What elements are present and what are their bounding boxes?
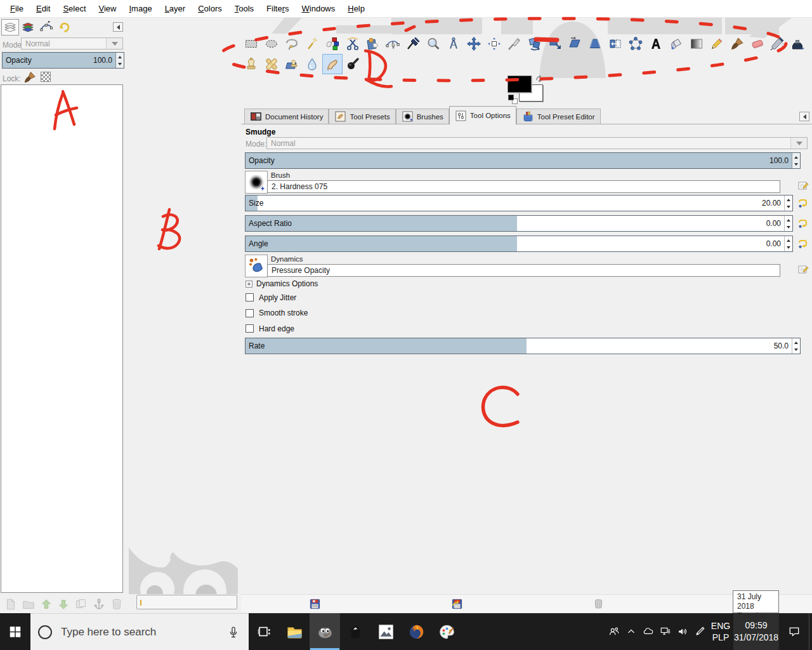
layer-opacity-spinner[interactable] xyxy=(115,53,124,68)
tab-brushes[interactable]: Brushes xyxy=(396,109,449,124)
menu-colors[interactable]: Colors xyxy=(192,4,228,13)
fuzzy-select-button[interactable] xyxy=(302,34,322,54)
menu-filters[interactable]: Filters xyxy=(260,4,295,13)
brush-name-entry[interactable]: 2. Hardness 075 xyxy=(267,180,780,193)
zoom-tool-button[interactable] xyxy=(423,34,443,54)
pencil-tool-button[interactable] xyxy=(707,34,727,54)
task-view-button[interactable] xyxy=(249,613,279,650)
menu-view[interactable]: View xyxy=(93,4,123,13)
menu-layer[interactable]: Layer xyxy=(159,4,192,13)
save-tool-preset-button[interactable] xyxy=(309,598,321,610)
brush-search-entry[interactable] xyxy=(136,595,237,609)
microphone-icon[interactable] xyxy=(227,625,240,639)
bucket-fill-button[interactable] xyxy=(666,34,686,54)
smudge-tool-button[interactable] xyxy=(322,54,343,74)
taskbar-app-gimp[interactable] xyxy=(310,613,340,650)
size-spinner[interactable] xyxy=(784,196,792,211)
align-tool-button[interactable] xyxy=(484,34,504,54)
clone-tool-button[interactable] xyxy=(241,54,261,74)
perspective-tool-button[interactable] xyxy=(585,34,605,54)
lock-paint-icon[interactable] xyxy=(23,70,37,84)
blur-sharpen-button[interactable] xyxy=(302,54,322,74)
brush-thumbnail[interactable] xyxy=(245,171,268,194)
chevron-up-tray-icon[interactable] xyxy=(623,613,639,650)
scissors-select-button[interactable] xyxy=(343,34,363,54)
layer-opacity-slider[interactable]: Opacity 100.0 xyxy=(2,52,124,69)
layer-group-button[interactable] xyxy=(22,597,36,611)
reset-size-button[interactable] xyxy=(797,197,809,209)
edit-dynamics-button[interactable] xyxy=(797,263,809,275)
duplicate-layer-button[interactable] xyxy=(74,597,88,611)
checkbox-apply-jitter[interactable]: Apply Jitter xyxy=(246,292,308,303)
measure-button[interactable] xyxy=(443,34,464,54)
gradient-tool-button[interactable] xyxy=(686,34,707,54)
reset-aspect-button[interactable] xyxy=(797,218,809,230)
taskbar-app-firefox[interactable] xyxy=(401,613,431,650)
left-tab-paths[interactable] xyxy=(37,19,55,36)
angle-spinner[interactable] xyxy=(784,236,792,251)
rate-slider[interactable]: Rate 50.0 xyxy=(245,338,801,354)
crop-tool-button[interactable] xyxy=(504,34,525,54)
layers-list[interactable] xyxy=(1,84,123,593)
layer-mode-dropdown[interactable]: Normal xyxy=(21,37,123,50)
aspect-ratio-spinner[interactable] xyxy=(784,216,792,231)
left-tab-channels[interactable] xyxy=(19,19,37,36)
tab-tool-options[interactable]: Tool Options xyxy=(449,106,516,124)
dynamics-options-expander[interactable]: + Dynamics Options xyxy=(246,279,318,288)
search-box[interactable]: Type here to search xyxy=(30,613,249,650)
checkbox-box[interactable] xyxy=(246,293,254,302)
rotate-tool-button[interactable] xyxy=(525,34,545,54)
taskbar-app-photos[interactable] xyxy=(370,613,401,650)
foreground-color-swatch[interactable] xyxy=(508,76,532,93)
taskbar-app-file-explorer[interactable] xyxy=(279,613,310,650)
flip-tool-button[interactable] xyxy=(605,34,625,54)
edit-brush-button[interactable] xyxy=(797,180,809,192)
onedrive-tray-icon[interactable] xyxy=(640,613,657,650)
left-tab-layers[interactable] xyxy=(1,19,19,36)
anchor-layer-button[interactable] xyxy=(92,597,106,611)
dodge-burn-button[interactable] xyxy=(343,54,363,74)
paths-tool-button[interactable] xyxy=(383,34,403,54)
paint-mode-dropdown[interactable]: Normal xyxy=(266,137,808,149)
default-fg-swatch[interactable] xyxy=(508,95,514,100)
dynamics-entry[interactable]: Pressure Opacity xyxy=(267,264,780,277)
tab-document-history[interactable]: Document History xyxy=(244,109,329,124)
start-button[interactable] xyxy=(0,613,30,650)
menu-edit[interactable]: Edit xyxy=(30,4,56,13)
free-select-button[interactable] xyxy=(282,34,302,54)
language-indicator[interactable]: ENG PLP xyxy=(708,613,733,650)
color-picker-button[interactable] xyxy=(403,34,423,54)
ink-tool-button[interactable] xyxy=(787,34,808,54)
ellipse-select-button[interactable] xyxy=(261,34,282,54)
action-center-button[interactable] xyxy=(782,613,807,650)
eraser-tool-button[interactable] xyxy=(747,34,768,54)
checkbox-box[interactable] xyxy=(246,324,254,333)
angle-slider[interactable]: Angle 0.00 xyxy=(245,235,793,252)
select-by-color-button[interactable] xyxy=(322,34,343,54)
network-tray-icon[interactable] xyxy=(657,613,674,650)
menu-image[interactable]: Image xyxy=(122,4,158,13)
pen-tray-icon[interactable] xyxy=(691,613,708,650)
menu-select[interactable]: Select xyxy=(56,4,92,13)
dock-collapse-button[interactable] xyxy=(799,112,809,121)
checkbox-hard-edge[interactable]: Hard edge xyxy=(246,323,308,334)
rect-select-button[interactable] xyxy=(241,34,261,54)
opacity-slider[interactable]: Opacity 100.0 xyxy=(245,152,801,169)
move-tool-button[interactable] xyxy=(464,34,484,54)
lower-layer-button[interactable] xyxy=(56,597,70,611)
heal-tool-button[interactable] xyxy=(261,54,282,74)
left-dock-collapse-button[interactable] xyxy=(113,22,123,32)
opacity-spinner[interactable] xyxy=(792,153,800,168)
rate-spinner[interactable] xyxy=(792,338,800,354)
show-desktop-button[interactable] xyxy=(809,613,812,650)
delete-layer-button[interactable] xyxy=(110,597,124,611)
perspective-clone-button[interactable] xyxy=(282,54,302,74)
aspect-ratio-slider[interactable]: Aspect Ratio 0.00 xyxy=(245,215,793,232)
new-layer-button[interactable] xyxy=(4,597,18,611)
people-tray-icon[interactable] xyxy=(606,613,622,650)
foreground-select-button[interactable] xyxy=(362,34,383,54)
taskbar-app-paint3d[interactable] xyxy=(431,613,462,650)
reset-angle-button[interactable] xyxy=(797,238,809,250)
tab-tool-presets[interactable]: Tool Presets xyxy=(329,109,395,124)
airbrush-tool-button[interactable] xyxy=(767,34,787,54)
